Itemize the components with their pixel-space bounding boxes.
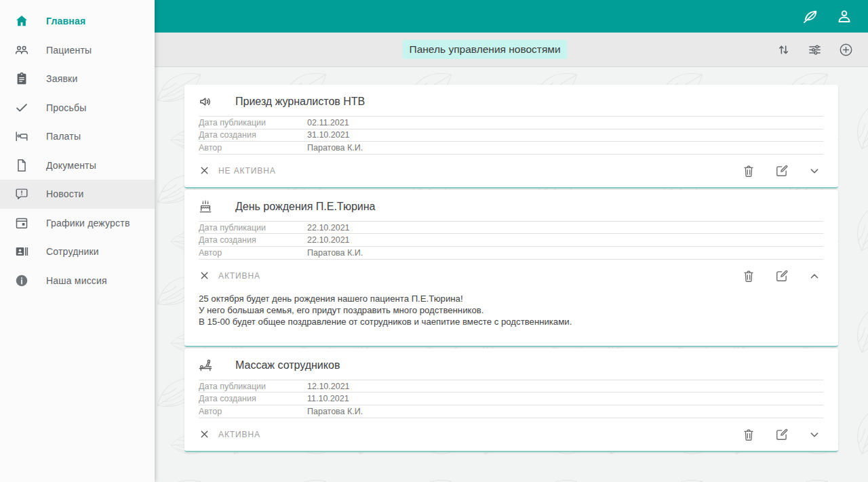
meta-label: Дата создания [199, 130, 307, 140]
meta-value: Паратова К.И. [307, 248, 363, 258]
page-title: Панель управления новостями [403, 40, 568, 59]
status-badge: АКТИВНА [218, 430, 260, 439]
content-area: Приезд журналистов НТВ Дата публикации 0… [155, 67, 868, 482]
badge-icon [14, 244, 29, 259]
meta-value: 31.10.2021 [307, 130, 350, 140]
card-actions [741, 163, 822, 178]
delete-button[interactable] [741, 427, 756, 442]
meta-label: Автор [199, 407, 307, 416]
news-meta-table: Дата публикации 12.10.2021 Дата создания… [199, 380, 823, 418]
news-card-header: Массаж сотрудников [184, 348, 838, 380]
meta-label: Автор [199, 143, 307, 153]
status-badge: АКТИВНА [218, 271, 260, 281]
chevron-down-icon[interactable] [807, 427, 822, 442]
filter-icon[interactable] [807, 42, 823, 58]
chevron-down-icon[interactable] [807, 163, 822, 178]
calendar-icon [14, 216, 29, 230]
meta-row-created: Дата создания 31.10.2021 [199, 129, 823, 142]
patients-icon [14, 43, 29, 58]
meta-row-created: Дата создания 11.10.2021 [199, 393, 823, 405]
news-title: Массаж сотрудников [235, 359, 340, 371]
news-card-footer: НЕ АКТИВНА [184, 155, 838, 187]
sidebar-item-label: Главная [46, 16, 85, 26]
close-icon[interactable] [199, 428, 210, 440]
news-card-footer: АКТИВНА [184, 260, 838, 292]
news-meta-table: Дата публикации 22.10.2021 Дата создания… [199, 221, 823, 260]
chevron-up-icon[interactable] [807, 268, 822, 283]
meta-value: 11.10.2021 [307, 394, 349, 403]
edit-button[interactable] [774, 163, 789, 178]
edit-button[interactable] [774, 268, 789, 283]
sidebar-item-requests[interactable]: Заявки [0, 64, 155, 94]
sidebar-item-label: Документы [46, 160, 96, 171]
add-icon[interactable] [838, 42, 854, 58]
sidebar: Главная Пациенты Заявки Просьбы [0, 0, 155, 482]
meta-value: 22.10.2021 [307, 223, 350, 233]
sidebar-item-label: Наша миссия [46, 275, 107, 286]
meta-value: Паратова К.И. [307, 407, 363, 416]
megaphone-icon [197, 94, 214, 110]
news-body-line: У него большая семья, его придут поздрав… [199, 304, 823, 316]
meta-row-published: Дата публикации 02.11.2021 [199, 117, 823, 129]
sidebar-item-documents[interactable]: Документы [0, 151, 155, 180]
meta-label: Автор [199, 248, 307, 258]
toolbar: Панель управления новостями [155, 33, 868, 67]
meta-row-author: Автор Паратова К.И. [199, 405, 823, 418]
meta-label: Дата публикации [199, 223, 307, 233]
meta-label: Дата создания [199, 394, 307, 403]
toolbar-actions [776, 42, 868, 58]
edit-button[interactable] [774, 427, 789, 442]
delete-button[interactable] [741, 268, 756, 283]
meta-value: Паратова К.И. [307, 143, 363, 153]
sidebar-item-label: Просьбы [46, 102, 86, 113]
sort-icon[interactable] [776, 42, 791, 58]
news-body-line: 25 октября будет день рождения нашего па… [199, 293, 823, 304]
news-icon [14, 186, 29, 201]
info-icon [14, 273, 29, 288]
meta-row-published: Дата публикации 22.10.2021 [199, 222, 823, 235]
account-icon[interactable] [835, 7, 853, 25]
sidebar-item-wishes[interactable]: Просьбы [0, 94, 155, 123]
news-body: 25 октября будет день рождения нашего па… [199, 293, 823, 346]
check-icon [14, 100, 29, 115]
sidebar-item-label: Новости [46, 188, 84, 199]
close-icon[interactable] [199, 270, 210, 281]
sidebar-item-patients[interactable]: Пациенты [0, 36, 155, 65]
sidebar-item-wards[interactable]: Палаты [0, 122, 155, 151]
meta-row-published: Дата публикации 12.10.2021 [199, 380, 823, 393]
news-title: Приезд журналистов НТВ [235, 96, 365, 108]
document-icon [14, 158, 29, 173]
bed-icon [14, 129, 29, 144]
sidebar-item-label: Заявки [46, 73, 77, 84]
news-card-list: Приезд журналистов НТВ Дата публикации 0… [184, 85, 838, 454]
card-actions [741, 427, 822, 442]
sidebar-item-home[interactable]: Главная [0, 7, 155, 36]
sidebar-item-schedules[interactable]: Графики дежурств [0, 209, 155, 238]
meta-value: 02.11.2021 [307, 118, 349, 127]
sidebar-item-news[interactable]: Новости [0, 180, 155, 209]
meta-label: Дата публикации [199, 382, 307, 391]
news-body-line: В 15-00 будет общее поздравление от сотр… [199, 316, 823, 327]
status-badge: НЕ АКТИВНА [218, 166, 276, 176]
meta-label: Дата создания [199, 235, 307, 245]
card-actions [741, 268, 822, 283]
cake-icon [197, 199, 214, 215]
delete-button[interactable] [741, 163, 756, 178]
news-title: День рождения П.Е.Тюрина [235, 201, 376, 213]
sidebar-item-label: Графики дежурств [46, 218, 130, 228]
news-meta-table: Дата публикации 02.11.2021 Дата создания… [199, 116, 823, 155]
home-icon [14, 14, 29, 28]
news-card: Массаж сотрудников Дата публикации 12.10… [184, 348, 838, 452]
news-card-footer: АКТИВНА [184, 418, 838, 451]
news-card: Приезд журналистов НТВ Дата публикации 0… [184, 85, 838, 188]
clipboard-icon [14, 71, 29, 86]
sidebar-item-mission[interactable]: Наша миссия [0, 266, 155, 296]
leaf-logo-icon [802, 7, 819, 25]
news-card: День рождения П.Е.Тюрина Дата публикации… [184, 190, 838, 347]
sidebar-item-employees[interactable]: Сотрудники [0, 237, 155, 266]
close-icon[interactable] [199, 165, 210, 176]
sidebar-item-label: Палаты [46, 131, 81, 142]
news-card-header: Приезд журналистов НТВ [184, 85, 838, 116]
meta-value: 12.10.2021 [307, 382, 350, 391]
sidebar-item-label: Сотрудники [46, 246, 99, 257]
